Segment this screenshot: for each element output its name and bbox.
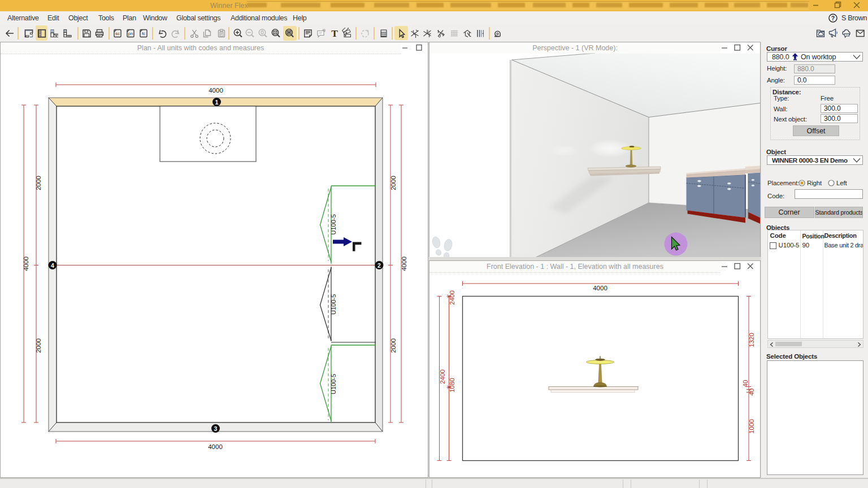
svg-text:sc: sc (115, 31, 120, 36)
svg-text:T: T (331, 28, 338, 39)
svg-text:?: ? (831, 15, 835, 21)
svg-text:pn: pn (128, 31, 133, 36)
svg-text:fc: fc (142, 31, 145, 36)
